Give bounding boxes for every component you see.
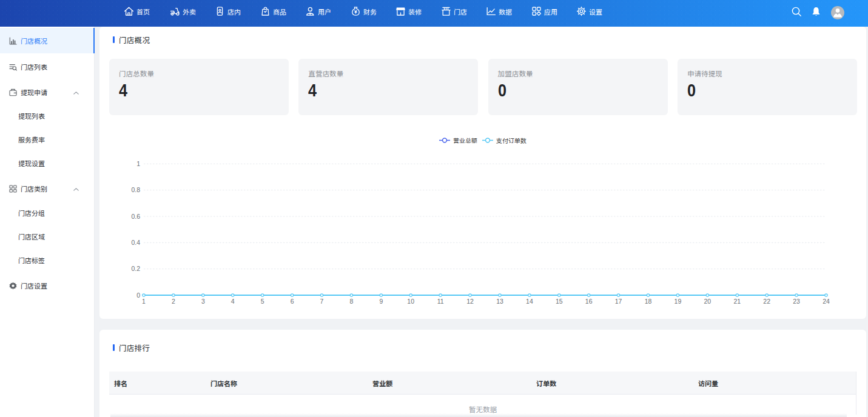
svg-text:0.8: 0.8	[131, 186, 140, 193]
svg-text:21: 21	[733, 298, 741, 305]
svg-text:16: 16	[585, 298, 593, 305]
svg-text:17: 17	[615, 298, 622, 305]
svg-text:11: 11	[437, 298, 444, 305]
svg-text:4: 4	[231, 298, 235, 305]
svg-text:0: 0	[136, 292, 140, 299]
svg-text:8: 8	[349, 298, 353, 305]
svg-text:18: 18	[645, 298, 652, 305]
svg-text:1: 1	[142, 298, 146, 305]
svg-text:0.6: 0.6	[131, 213, 140, 220]
svg-text:20: 20	[704, 298, 711, 305]
svg-text:14: 14	[526, 298, 533, 305]
svg-text:9: 9	[379, 298, 383, 305]
svg-text:0.4: 0.4	[131, 239, 140, 246]
svg-text:24: 24	[823, 298, 830, 305]
svg-text:0.2: 0.2	[131, 265, 140, 272]
svg-text:10: 10	[407, 298, 414, 305]
svg-text:3: 3	[201, 298, 205, 305]
svg-text:7: 7	[320, 298, 324, 305]
svg-text:22: 22	[763, 298, 770, 305]
svg-text:12: 12	[466, 298, 474, 305]
svg-text:23: 23	[793, 298, 800, 305]
svg-text:13: 13	[496, 298, 503, 305]
svg-text:6: 6	[291, 298, 294, 305]
svg-text:1: 1	[136, 160, 140, 167]
svg-text:15: 15	[556, 298, 563, 305]
svg-text:2: 2	[172, 298, 175, 305]
svg-text:5: 5	[261, 298, 264, 305]
svg-text:19: 19	[675, 298, 682, 305]
